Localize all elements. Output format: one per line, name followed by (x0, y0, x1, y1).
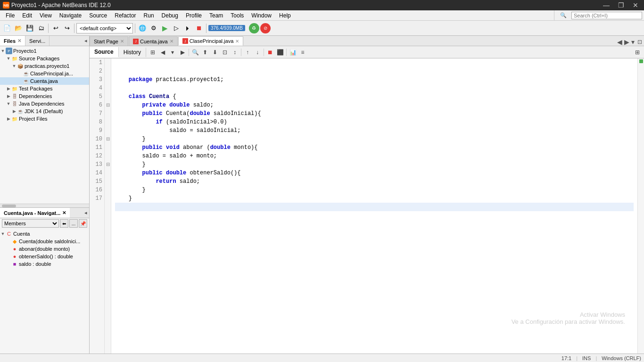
gc-button[interactable]: ♻ (249, 23, 259, 33)
nav-item-obtener-saldo[interactable]: ● obtenerSaldo() : double (0, 253, 89, 260)
tab-claseprincipal-java[interactable]: J ClasePrincipal.java ✕ (178, 36, 244, 46)
member-btn-2[interactable]: ... (69, 219, 78, 228)
tree-item-cuenta[interactable]: ☕ Cuenta.java (0, 77, 89, 85)
left-panel-restore[interactable]: ◂ (84, 38, 87, 44)
tab-next-button[interactable]: ▶ (624, 38, 629, 46)
tree-item-proyecto1[interactable]: ▼ P Proyecto1 (0, 47, 89, 55)
tree-item-dependencies[interactable]: ▶ 🗄 Dependencies (0, 92, 89, 100)
toggle-dependencies[interactable]: ▶ (6, 94, 11, 99)
undo-button[interactable]: ↩ (50, 23, 61, 33)
find-prev-icon[interactable]: ⬆ (200, 48, 210, 57)
member-select[interactable]: Members (2, 219, 59, 228)
fold-13[interactable]: ⊟ (105, 160, 111, 169)
menu-team[interactable]: Team (206, 11, 227, 20)
menu-refactor[interactable]: Refactor (111, 11, 140, 20)
tab-start-page[interactable]: Start Page ✕ (90, 36, 128, 46)
code-area[interactable]: package practicas.proyecto1; class Cuent… (111, 58, 637, 354)
tab-maximize-button[interactable]: ⊡ (637, 39, 642, 45)
config-select[interactable]: <default config> (76, 23, 133, 33)
toggle-practicas[interactable]: ▼ (11, 64, 17, 68)
prev-match-icon[interactable]: ↑ (243, 48, 252, 57)
nav-item-saldo[interactable]: ■ saldo : double (0, 260, 89, 268)
member-btn-3[interactable]: 📌 (79, 219, 87, 228)
prev-icon[interactable]: ◀ (158, 48, 167, 57)
menu-edit[interactable]: Edit (18, 11, 36, 20)
run-button[interactable]: ⚙ (149, 23, 159, 33)
new-file-button[interactable]: 📄 (2, 23, 12, 33)
memory-badge[interactable]: 376.4/939.0MB (208, 25, 245, 31)
tree-item-test-packages[interactable]: ▶ 📁 Test Packages (0, 85, 89, 92)
minimize-button[interactable]: — (600, 1, 612, 9)
find-icon[interactable]: 🔍 (190, 48, 200, 57)
chart-icon[interactable]: 📊 (288, 48, 297, 57)
toggle-java-dep[interactable]: ▼ (6, 101, 11, 106)
source-tab[interactable]: Source (90, 47, 119, 58)
tab-claseprincipal-close[interactable]: ✕ (235, 39, 239, 44)
fold-10[interactable]: ⊟ (105, 135, 111, 143)
tab-cuenta-java-close[interactable]: ✕ (170, 39, 173, 44)
title-controls[interactable]: — ❐ ✕ (600, 1, 641, 9)
nav-item-abonar[interactable]: ● abonar(double monto) (0, 245, 89, 253)
tree-item-java-dependencies[interactable]: ▼ 🗄 Java Dependencies (0, 100, 89, 107)
run-test-button[interactable]: ⏵ (182, 23, 193, 33)
stop-red-icon[interactable]: ⏹ (265, 48, 275, 57)
tab-start-page-close[interactable]: ✕ (120, 39, 124, 44)
find-in-project-icon[interactable]: ⊡ (220, 48, 230, 57)
tree-item-practicas[interactable]: ▼ 📦 practicas.proyecto1 (0, 62, 89, 70)
menu-help[interactable]: Help (275, 11, 295, 20)
history-tab[interactable]: History (119, 48, 146, 57)
menu-window[interactable]: Window (248, 11, 275, 20)
toggle-test-packages[interactable]: ▶ (6, 86, 11, 91)
close-button[interactable]: ✕ (630, 1, 641, 9)
nav-item-cuenta-class[interactable]: ▼ C Cuenta (0, 230, 89, 238)
tree-item-source-packages[interactable]: ▼ 📁 Source Packages (0, 55, 89, 62)
save-button[interactable]: 💾 (25, 23, 35, 33)
fold-6[interactable]: ⊟ (105, 101, 111, 109)
toggle-project-files[interactable]: ▶ (6, 116, 11, 121)
toggle-bookmarks-icon[interactable]: ⊞ (148, 48, 157, 57)
profile-button[interactable]: ▷ (171, 23, 182, 33)
toggle-source-packages[interactable]: ▼ (6, 56, 11, 61)
menu-run[interactable]: Run (140, 11, 158, 20)
menu-file[interactable]: File (2, 11, 18, 20)
nav-panel-minimize[interactable]: ◂ (84, 210, 87, 216)
expand-icon[interactable]: ⊞ (633, 48, 642, 57)
nav-tab[interactable]: Cuenta.java - Navigat... ✕ (0, 208, 70, 218)
tab-cuenta-java[interactable]: J Cuenta.java ✕ (129, 36, 178, 46)
diff-icon[interactable]: ≡ (298, 48, 307, 57)
save-all-button[interactable]: 🗂 (36, 23, 46, 33)
menu-profile[interactable]: Profile (182, 11, 206, 20)
profiler-button[interactable]: ⊘ (260, 23, 271, 33)
tree-item-jdk[interactable]: ▶ ☕ JDK 14 (Default) (0, 107, 89, 115)
files-tab[interactable]: Files ✕ (0, 36, 25, 46)
toggle-icon[interactable]: ▾ (168, 48, 177, 57)
menu-tools[interactable]: Tools (227, 11, 248, 20)
next-icon[interactable]: ▶ (178, 48, 187, 57)
services-tab[interactable]: Servi... (25, 36, 50, 46)
tree-item-project-files[interactable]: ▶ 📁 Project Files (0, 115, 89, 123)
toggle-jdk[interactable]: ▶ (11, 109, 17, 114)
find-next-icon[interactable]: ⬇ (210, 48, 220, 57)
restore-button[interactable]: ❐ (615, 1, 627, 9)
menu-source[interactable]: Source (85, 11, 111, 20)
stop-icon[interactable]: ⬛ (275, 48, 285, 57)
stop-button[interactable]: ⏹ (194, 23, 204, 33)
run-project-button[interactable]: 🌐 (137, 23, 148, 33)
next-match-icon[interactable]: ↓ (253, 48, 262, 57)
nav-item-constructor[interactable]: ◆ Cuenta(double saldoInici... (0, 238, 89, 245)
debug-button[interactable]: ▶ (160, 23, 170, 33)
open-file-button[interactable]: 📂 (13, 23, 24, 33)
tree-item-claseprincipal[interactable]: ☕ ClasePrincipal.ja... (0, 70, 89, 77)
menu-navigate[interactable]: Navigate (56, 11, 85, 20)
toggle-nav-cuenta[interactable]: ▼ (0, 231, 6, 236)
tab-list-button[interactable]: ▾ (631, 38, 635, 46)
menu-view[interactable]: View (36, 11, 56, 20)
member-btn-1[interactable]: ⬅ (60, 219, 68, 228)
search-input[interactable] (571, 12, 642, 19)
replace-icon[interactable]: ↕ (230, 48, 239, 57)
toggle-proyecto1[interactable]: ▼ (0, 49, 6, 53)
files-tab-close[interactable]: ✕ (17, 38, 21, 43)
nav-tab-close[interactable]: ✕ (62, 210, 66, 215)
redo-button[interactable]: ↪ (62, 23, 72, 33)
tab-prev-button[interactable]: ◀ (617, 38, 622, 46)
